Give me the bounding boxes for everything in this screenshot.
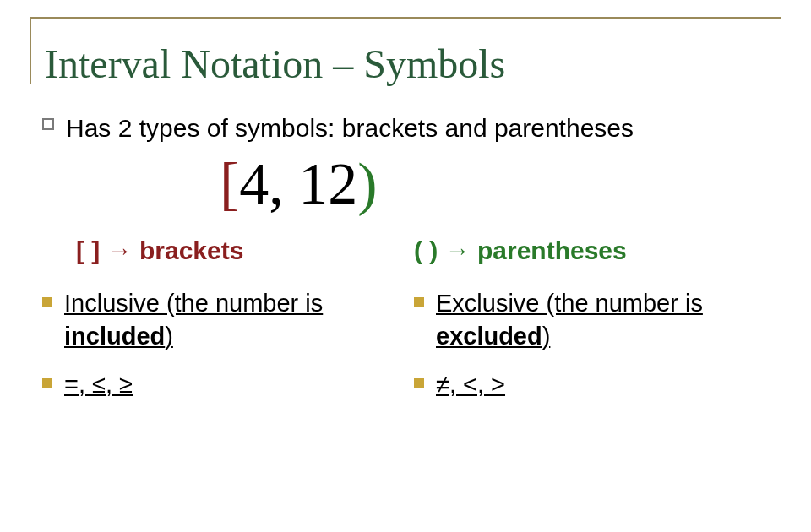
list-item: =, ≤, ≥	[42, 368, 397, 401]
filled-square-icon	[414, 378, 424, 388]
left-column: Inclusive (the number is included) =, ≤,…	[42, 287, 406, 416]
example-interval: [4, 12)	[220, 150, 378, 218]
label-col-right: ( ) → parentheses	[406, 236, 769, 265]
inclusive-text: Inclusive (the number is included)	[64, 287, 397, 353]
title-rule-top	[30, 17, 781, 19]
filled-square-icon	[42, 297, 52, 307]
slide-title: Interval Notation – Symbols	[30, 17, 781, 87]
exclusive-text: Exclusive (the number is excluded)	[436, 287, 769, 353]
list-item: Inclusive (the number is included)	[42, 287, 397, 353]
brackets-label: [ ] → brackets	[42, 236, 406, 265]
open-bracket: [	[220, 151, 239, 216]
hollow-square-icon	[42, 118, 54, 130]
close-paren: )	[357, 151, 377, 216]
columns: Inclusive (the number is included) =, ≤,…	[42, 287, 769, 416]
list-item: Exclusive (the number is excluded)	[414, 287, 769, 353]
main-bullet-text: Has 2 types of symbols: brackets and par…	[66, 110, 634, 147]
exclusive-operators: ≠, <, >	[436, 368, 505, 401]
slide-content: Has 2 types of symbols: brackets and par…	[42, 110, 769, 147]
main-bullet: Has 2 types of symbols: brackets and par…	[42, 110, 769, 147]
label-col-left: [ ] → brackets	[42, 236, 406, 265]
inclusive-operators: =, ≤, ≥	[64, 368, 133, 401]
title-container: Interval Notation – Symbols	[30, 17, 781, 87]
parentheses-label: ( ) → parentheses	[406, 236, 769, 265]
filled-square-icon	[42, 378, 52, 388]
list-item: ≠, <, >	[414, 368, 769, 401]
title-rule-left	[30, 17, 31, 84]
filled-square-icon	[414, 297, 424, 307]
interval-values: 4, 12	[239, 151, 357, 216]
right-column: Exclusive (the number is excluded) ≠, <,…	[406, 287, 769, 416]
labels-row: [ ] → brackets ( ) → parentheses	[42, 236, 769, 265]
